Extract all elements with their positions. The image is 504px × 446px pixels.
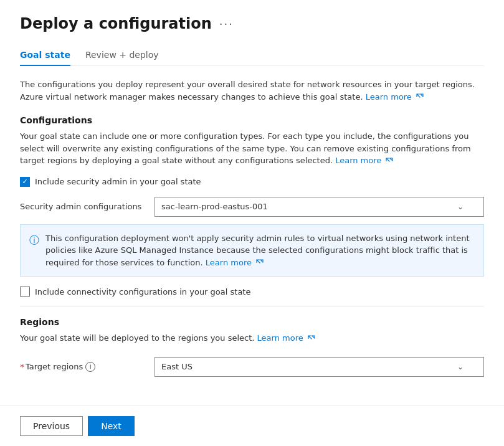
connectivity-checkbox-label: Include connectivity configurations in y…	[35, 287, 250, 297]
configurations-learn-more-link[interactable]: Learn more	[335, 156, 393, 165]
more-options-icon[interactable]: ···	[219, 17, 234, 31]
checkbox-checkmark: ✓	[22, 178, 27, 185]
regions-learn-more-link[interactable]: Learn more	[257, 333, 315, 343]
security-admin-config-row: Security admin configurations sac-learn-…	[20, 197, 484, 217]
target-regions-label: Target regions	[26, 362, 83, 371]
target-regions-dropdown[interactable]: East US ⌄	[155, 357, 484, 377]
security-admin-checkbox[interactable]: ✓	[20, 177, 30, 187]
dropdown-chevron-icon: ⌄	[457, 202, 464, 211]
tab-review-deploy[interactable]: Review + deploy	[85, 45, 159, 66]
tab-goal-state[interactable]: Goal state	[20, 45, 70, 66]
target-regions-chevron-icon: ⌄	[457, 363, 464, 371]
target-regions-value: East US	[161, 362, 457, 371]
external-link-icon	[416, 93, 424, 101]
regions-external-link-icon	[308, 335, 315, 343]
configurations-description: Your goal state can include one or more …	[20, 130, 484, 167]
configurations-external-link-icon	[386, 158, 393, 165]
configurations-title: Configurations	[20, 115, 484, 125]
security-admin-checkbox-label: Include security admin in your goal stat…	[35, 177, 201, 186]
section-divider	[20, 306, 484, 307]
next-button[interactable]: Next	[88, 416, 135, 436]
info-box-text: This configuration deployment won't appl…	[45, 232, 475, 269]
info-circle-icon: ⓘ	[29, 233, 39, 269]
target-regions-info-icon[interactable]: i	[85, 362, 95, 372]
security-admin-config-label: Security admin configurations	[20, 202, 145, 211]
required-star: *	[20, 362, 24, 372]
configurations-section: Configurations Your goal state can inclu…	[20, 115, 484, 297]
connectivity-checkbox-row: Include connectivity configurations in y…	[20, 287, 484, 297]
regions-title: Regions	[20, 317, 484, 327]
security-admin-config-dropdown[interactable]: sac-learn-prod-eastus-001 ⌄	[155, 197, 484, 217]
security-admin-checkbox-row: ✓ Include security admin in your goal st…	[20, 177, 484, 187]
page-title: Deploy a configuration	[20, 15, 212, 32]
regions-section: Regions Your goal state will be deployed…	[20, 317, 484, 377]
target-regions-row: * Target regions i East US ⌄	[20, 357, 484, 377]
intro-description: The configurations you deploy represent …	[20, 78, 484, 103]
info-box: ⓘ This configuration deployment won't ap…	[20, 224, 484, 277]
tab-bar: Goal state Review + deploy	[20, 45, 484, 66]
info-box-learn-more-link[interactable]: Learn more	[206, 258, 264, 267]
security-admin-config-value: sac-learn-prod-eastus-001	[161, 202, 457, 211]
footer: Previous Next	[0, 406, 504, 446]
regions-description: Your goal state will be deployed to the …	[20, 332, 484, 344]
intro-learn-more-link[interactable]: Learn more	[366, 92, 424, 102]
previous-button[interactable]: Previous	[20, 416, 83, 436]
info-box-external-link-icon	[256, 259, 264, 267]
target-regions-label-container: * Target regions i	[20, 362, 145, 372]
connectivity-checkbox[interactable]	[20, 287, 30, 297]
